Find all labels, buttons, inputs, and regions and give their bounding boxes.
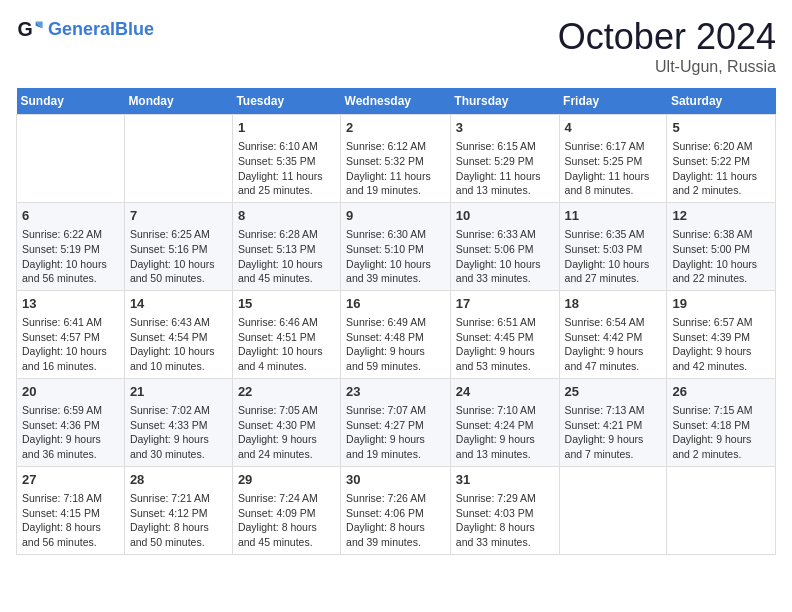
day-number: 16 xyxy=(346,295,445,313)
cell-content: Sunrise: 6:12 AM Sunset: 5:32 PM Dayligh… xyxy=(346,139,445,198)
calendar-cell: 18Sunrise: 6:54 AM Sunset: 4:42 PM Dayli… xyxy=(559,290,667,378)
calendar-cell: 7Sunrise: 6:25 AM Sunset: 5:16 PM Daylig… xyxy=(124,202,232,290)
calendar-cell xyxy=(124,115,232,203)
cell-content: Sunrise: 6:25 AM Sunset: 5:16 PM Dayligh… xyxy=(130,227,227,286)
day-number: 13 xyxy=(22,295,119,313)
day-number: 1 xyxy=(238,119,335,137)
calendar-cell: 8Sunrise: 6:28 AM Sunset: 5:13 PM Daylig… xyxy=(232,202,340,290)
day-number: 26 xyxy=(672,383,770,401)
day-number: 12 xyxy=(672,207,770,225)
cell-content: Sunrise: 6:20 AM Sunset: 5:22 PM Dayligh… xyxy=(672,139,770,198)
month-title: October 2024 xyxy=(558,16,776,58)
calendar-cell: 6Sunrise: 6:22 AM Sunset: 5:19 PM Daylig… xyxy=(17,202,125,290)
cell-content: Sunrise: 6:10 AM Sunset: 5:35 PM Dayligh… xyxy=(238,139,335,198)
cell-content: Sunrise: 6:28 AM Sunset: 5:13 PM Dayligh… xyxy=(238,227,335,286)
svg-text:G: G xyxy=(17,18,32,40)
cell-content: Sunrise: 6:30 AM Sunset: 5:10 PM Dayligh… xyxy=(346,227,445,286)
cell-content: Sunrise: 6:46 AM Sunset: 4:51 PM Dayligh… xyxy=(238,315,335,374)
calendar-cell: 9Sunrise: 6:30 AM Sunset: 5:10 PM Daylig… xyxy=(341,202,451,290)
day-number: 28 xyxy=(130,471,227,489)
logo-blue: Blue xyxy=(115,19,154,39)
calendar-cell: 5Sunrise: 6:20 AM Sunset: 5:22 PM Daylig… xyxy=(667,115,776,203)
day-number: 8 xyxy=(238,207,335,225)
day-number: 9 xyxy=(346,207,445,225)
calendar-cell xyxy=(559,466,667,554)
calendar-cell: 19Sunrise: 6:57 AM Sunset: 4:39 PM Dayli… xyxy=(667,290,776,378)
col-monday: Monday xyxy=(124,88,232,115)
day-number: 3 xyxy=(456,119,554,137)
col-thursday: Thursday xyxy=(450,88,559,115)
cell-content: Sunrise: 7:07 AM Sunset: 4:27 PM Dayligh… xyxy=(346,403,445,462)
day-number: 31 xyxy=(456,471,554,489)
calendar-cell: 21Sunrise: 7:02 AM Sunset: 4:33 PM Dayli… xyxy=(124,378,232,466)
cell-content: Sunrise: 7:13 AM Sunset: 4:21 PM Dayligh… xyxy=(565,403,662,462)
calendar-cell: 15Sunrise: 6:46 AM Sunset: 4:51 PM Dayli… xyxy=(232,290,340,378)
calendar-body: 1Sunrise: 6:10 AM Sunset: 5:35 PM Daylig… xyxy=(17,115,776,555)
col-friday: Friday xyxy=(559,88,667,115)
col-saturday: Saturday xyxy=(667,88,776,115)
calendar-cell: 2Sunrise: 6:12 AM Sunset: 5:32 PM Daylig… xyxy=(341,115,451,203)
day-number: 4 xyxy=(565,119,662,137)
calendar-cell: 25Sunrise: 7:13 AM Sunset: 4:21 PM Dayli… xyxy=(559,378,667,466)
calendar-cell: 16Sunrise: 6:49 AM Sunset: 4:48 PM Dayli… xyxy=(341,290,451,378)
cell-content: Sunrise: 6:49 AM Sunset: 4:48 PM Dayligh… xyxy=(346,315,445,374)
logo-text: GeneralBlue xyxy=(48,20,154,40)
calendar-cell: 14Sunrise: 6:43 AM Sunset: 4:54 PM Dayli… xyxy=(124,290,232,378)
day-number: 19 xyxy=(672,295,770,313)
calendar-cell: 30Sunrise: 7:26 AM Sunset: 4:06 PM Dayli… xyxy=(341,466,451,554)
calendar-cell: 12Sunrise: 6:38 AM Sunset: 5:00 PM Dayli… xyxy=(667,202,776,290)
day-number: 11 xyxy=(565,207,662,225)
day-number: 6 xyxy=(22,207,119,225)
calendar-cell: 26Sunrise: 7:15 AM Sunset: 4:18 PM Dayli… xyxy=(667,378,776,466)
calendar-cell: 11Sunrise: 6:35 AM Sunset: 5:03 PM Dayli… xyxy=(559,202,667,290)
cell-content: Sunrise: 6:15 AM Sunset: 5:29 PM Dayligh… xyxy=(456,139,554,198)
page-header: G GeneralBlue October 2024 Ult-Ugun, Rus… xyxy=(16,16,776,76)
col-wednesday: Wednesday xyxy=(341,88,451,115)
day-number: 25 xyxy=(565,383,662,401)
weekday-row: Sunday Monday Tuesday Wednesday Thursday… xyxy=(17,88,776,115)
cell-content: Sunrise: 7:02 AM Sunset: 4:33 PM Dayligh… xyxy=(130,403,227,462)
calendar-cell: 23Sunrise: 7:07 AM Sunset: 4:27 PM Dayli… xyxy=(341,378,451,466)
calendar-cell: 1Sunrise: 6:10 AM Sunset: 5:35 PM Daylig… xyxy=(232,115,340,203)
cell-content: Sunrise: 6:43 AM Sunset: 4:54 PM Dayligh… xyxy=(130,315,227,374)
cell-content: Sunrise: 6:54 AM Sunset: 4:42 PM Dayligh… xyxy=(565,315,662,374)
logo: G GeneralBlue xyxy=(16,16,154,44)
cell-content: Sunrise: 6:35 AM Sunset: 5:03 PM Dayligh… xyxy=(565,227,662,286)
day-number: 21 xyxy=(130,383,227,401)
calendar-week-row: 6Sunrise: 6:22 AM Sunset: 5:19 PM Daylig… xyxy=(17,202,776,290)
calendar-cell: 29Sunrise: 7:24 AM Sunset: 4:09 PM Dayli… xyxy=(232,466,340,554)
day-number: 10 xyxy=(456,207,554,225)
day-number: 17 xyxy=(456,295,554,313)
cell-content: Sunrise: 6:41 AM Sunset: 4:57 PM Dayligh… xyxy=(22,315,119,374)
calendar-week-row: 13Sunrise: 6:41 AM Sunset: 4:57 PM Dayli… xyxy=(17,290,776,378)
calendar-cell: 27Sunrise: 7:18 AM Sunset: 4:15 PM Dayli… xyxy=(17,466,125,554)
cell-content: Sunrise: 7:24 AM Sunset: 4:09 PM Dayligh… xyxy=(238,491,335,550)
day-number: 15 xyxy=(238,295,335,313)
calendar-cell: 31Sunrise: 7:29 AM Sunset: 4:03 PM Dayli… xyxy=(450,466,559,554)
day-number: 30 xyxy=(346,471,445,489)
day-number: 23 xyxy=(346,383,445,401)
col-sunday: Sunday xyxy=(17,88,125,115)
calendar-week-row: 27Sunrise: 7:18 AM Sunset: 4:15 PM Dayli… xyxy=(17,466,776,554)
cell-content: Sunrise: 7:10 AM Sunset: 4:24 PM Dayligh… xyxy=(456,403,554,462)
cell-content: Sunrise: 6:59 AM Sunset: 4:36 PM Dayligh… xyxy=(22,403,119,462)
cell-content: Sunrise: 6:17 AM Sunset: 5:25 PM Dayligh… xyxy=(565,139,662,198)
calendar-table: Sunday Monday Tuesday Wednesday Thursday… xyxy=(16,88,776,555)
day-number: 29 xyxy=(238,471,335,489)
col-tuesday: Tuesday xyxy=(232,88,340,115)
cell-content: Sunrise: 7:29 AM Sunset: 4:03 PM Dayligh… xyxy=(456,491,554,550)
calendar-header: Sunday Monday Tuesday Wednesday Thursday… xyxy=(17,88,776,115)
cell-content: Sunrise: 7:18 AM Sunset: 4:15 PM Dayligh… xyxy=(22,491,119,550)
cell-content: Sunrise: 6:57 AM Sunset: 4:39 PM Dayligh… xyxy=(672,315,770,374)
logo-general: General xyxy=(48,19,115,39)
cell-content: Sunrise: 6:38 AM Sunset: 5:00 PM Dayligh… xyxy=(672,227,770,286)
day-number: 5 xyxy=(672,119,770,137)
cell-content: Sunrise: 6:33 AM Sunset: 5:06 PM Dayligh… xyxy=(456,227,554,286)
calendar-cell: 4Sunrise: 6:17 AM Sunset: 5:25 PM Daylig… xyxy=(559,115,667,203)
location: Ult-Ugun, Russia xyxy=(558,58,776,76)
day-number: 20 xyxy=(22,383,119,401)
day-number: 24 xyxy=(456,383,554,401)
logo-icon: G xyxy=(16,16,44,44)
calendar-cell: 20Sunrise: 6:59 AM Sunset: 4:36 PM Dayli… xyxy=(17,378,125,466)
calendar-cell: 10Sunrise: 6:33 AM Sunset: 5:06 PM Dayli… xyxy=(450,202,559,290)
